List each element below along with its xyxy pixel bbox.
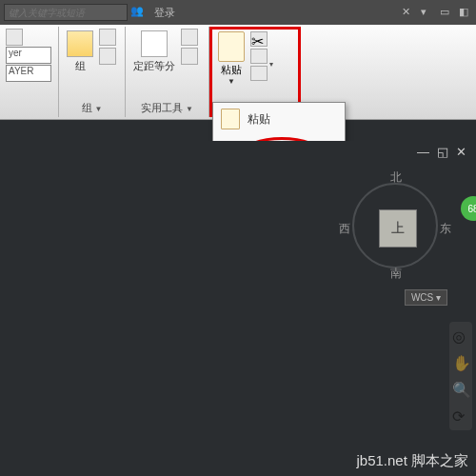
status-badge[interactable]: 68 xyxy=(461,196,476,221)
viewport-close-icon[interactable]: ✕ xyxy=(456,145,466,159)
search-input[interactable] xyxy=(4,4,128,21)
copy-icon[interactable] xyxy=(250,49,268,64)
panel-label xyxy=(6,113,52,115)
group-button[interactable]: 组 xyxy=(65,29,95,75)
direction-west[interactable]: 西 xyxy=(339,221,350,237)
navigation-bar: ◎ ✋ 🔍 ⟳ xyxy=(449,322,472,430)
paste-item[interactable]: 粘贴 xyxy=(213,103,345,135)
viewport-minimize-icon[interactable]: — xyxy=(417,145,429,159)
util-tool-1-icon[interactable] xyxy=(181,29,198,46)
cut-icon[interactable]: ✂ xyxy=(250,31,268,47)
login-link[interactable]: 登录 xyxy=(154,6,175,20)
layer-tool-icon[interactable] xyxy=(6,29,23,46)
watermark-text: jb51.net 脚本之家 xyxy=(356,452,468,470)
title-bar: 👥 登录 ✕ ▾ ▭ ◧ xyxy=(0,0,476,25)
ungroup-icon[interactable] xyxy=(99,29,116,46)
layer-dropdown[interactable]: yer xyxy=(6,47,51,64)
exchange-icon[interactable]: ✕ xyxy=(402,6,415,19)
util-tool-2-icon[interactable] xyxy=(181,48,198,65)
orbit-icon[interactable]: ⟳ xyxy=(452,407,469,425)
divide-icon xyxy=(141,30,168,57)
panel-label-util: 实用工具 ▼ xyxy=(131,99,203,115)
chevron-down-icon: ▼ xyxy=(228,77,235,86)
wcs-button[interactable]: WCS ▾ xyxy=(405,289,447,306)
paste-split-button[interactable]: 粘贴 ▼ xyxy=(214,31,248,86)
zoom-icon[interactable]: 🔍 xyxy=(452,381,469,398)
direction-east[interactable]: 东 xyxy=(440,221,451,237)
window-close-icon[interactable]: ◧ xyxy=(459,6,472,19)
signin-icon[interactable]: 👥 xyxy=(130,5,146,20)
group-icon xyxy=(67,30,93,57)
direction-north[interactable]: 北 xyxy=(390,169,402,186)
panel-label-group: 组 ▼ xyxy=(65,99,119,115)
steering-wheel-icon[interactable]: ◎ xyxy=(452,327,469,345)
ribbon: yer AYER 组 组 ▼ 定距等分 xyxy=(0,25,476,120)
viewport-restore-icon[interactable]: ◱ xyxy=(437,145,448,159)
drawing-canvas[interactable]: — ◱ ✕ 上 北 南 东 西 WCS ▾ 68 ◎ ✋ 🔍 ⟳ jb51.ne… xyxy=(0,141,476,476)
pan-icon[interactable]: ✋ xyxy=(452,354,469,371)
viewcube[interactable]: 上 北 南 东 西 xyxy=(339,169,451,282)
match-prop-icon[interactable] xyxy=(250,66,268,81)
measure-divide-button[interactable]: 定距等分 xyxy=(131,29,177,75)
window-min-icon[interactable]: ▭ xyxy=(440,6,453,19)
clipboard-icon xyxy=(218,31,245,62)
viewcube-top-face[interactable]: 上 xyxy=(379,209,417,248)
clipboard-icon xyxy=(221,109,240,129)
help-dropdown-icon[interactable]: ▾ xyxy=(421,6,434,19)
direction-south[interactable]: 南 xyxy=(390,266,402,282)
clipboard-panel: 粘贴 ▼ ✂ ▾ 粘贴 粘贴为块 粘贴为超链接 xyxy=(209,27,301,117)
panel-expand-icon[interactable]: ▾ xyxy=(269,60,273,69)
group-edit-icon[interactable] xyxy=(99,48,116,65)
menu-label: 粘贴 xyxy=(248,111,270,128)
layer-dropdown-2[interactable]: AYER xyxy=(6,65,51,82)
